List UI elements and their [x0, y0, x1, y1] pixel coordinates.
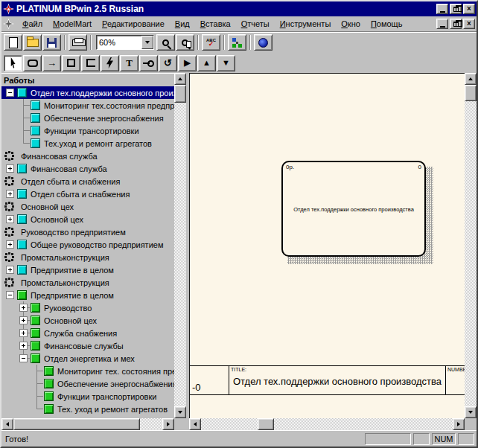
tree-vertical-scrollbar[interactable]: [174, 73, 186, 418]
child-minimize-button[interactable]: [436, 19, 448, 29]
tree-item[interactable]: Основной цех: [1, 200, 174, 213]
expand-icon[interactable]: [19, 304, 28, 312]
tree-item[interactable]: Обеспечение энергоснабжения: [1, 377, 174, 390]
arrow-tool-button[interactable]: →: [42, 55, 61, 71]
go-sibling-button[interactable]: ▶: [178, 55, 197, 71]
menu-item-4[interactable]: Вставка: [195, 17, 236, 31]
scroll-right-button[interactable]: [453, 418, 465, 430]
zoom-in-button[interactable]: [156, 34, 175, 51]
tree-item[interactable]: Отдел сбыта и снабжения: [1, 188, 174, 200]
tree-item[interactable]: Руководство: [1, 301, 174, 314]
scroll-right-button[interactable]: [162, 418, 174, 430]
expand-icon[interactable]: [19, 342, 28, 350]
tree-item[interactable]: Промстальконструкция: [1, 251, 174, 263]
go-up-button[interactable]: ▲: [197, 55, 216, 71]
tree-item[interactable]: Финансовая служба: [1, 162, 174, 175]
tree-item[interactable]: Отдел энергетика и мех: [1, 352, 174, 365]
open-button[interactable]: [23, 34, 42, 51]
collapse-icon[interactable]: [6, 291, 14, 299]
tree-item[interactable]: Тех.уход и ремонт агрегатов: [1, 137, 174, 150]
num-lock-indicator: NUM: [432, 433, 456, 445]
frame-tool-button[interactable]: [81, 55, 100, 71]
menu-item-7[interactable]: Окно: [336, 17, 366, 31]
save-button[interactable]: [42, 34, 61, 51]
tree-item[interactable]: Основной цех: [1, 213, 174, 225]
expand-icon[interactable]: [6, 240, 14, 249]
minimize-button[interactable]: [436, 4, 448, 14]
zoom-page-button[interactable]: [176, 34, 194, 51]
tree-item[interactable]: Основной цех: [1, 314, 174, 327]
tree-horizontal-scrollbar[interactable]: [1, 418, 174, 430]
menu-item-6[interactable]: Инструменты: [275, 17, 337, 31]
go-down-button[interactable]: ▼: [217, 55, 235, 71]
tree-item[interactable]: Предприятие в целом: [1, 289, 174, 301]
tree-item[interactable]: Отдел сбыта и снабжения: [1, 175, 174, 188]
main-area: Работы Отдел тех.поддержки основного про…: [1, 73, 477, 430]
tree-item[interactable]: Финансовая служба: [1, 150, 174, 162]
connector-tool-button[interactable]: [139, 55, 158, 71]
model-explorer-button[interactable]: [228, 34, 246, 51]
tree-item[interactable]: Отдел тех.поддержки основного производст…: [1, 86, 174, 99]
pointer-tool-button[interactable]: [4, 55, 22, 71]
child-window-icon[interactable]: [3, 19, 14, 30]
tree-item[interactable]: Мониторинг тех.состояния предприятия: [1, 99, 174, 112]
print-button[interactable]: [68, 34, 87, 51]
collapse-icon[interactable]: [19, 354, 28, 362]
expand-icon[interactable]: [19, 316, 28, 324]
menu-item-5[interactable]: Отчеты: [236, 17, 275, 31]
new-button[interactable]: [4, 34, 22, 51]
restore-button[interactable]: [450, 4, 462, 14]
expand-icon[interactable]: [6, 266, 14, 274]
menu-item-2[interactable]: Редактирование: [97, 17, 170, 31]
expand-icon[interactable]: [6, 164, 14, 173]
tree-item[interactable]: Руководство предприятием: [1, 225, 174, 238]
expand-icon[interactable]: [19, 329, 28, 337]
activity-box[interactable]: 0р. 0 Отдел тех.поддержки основного прои…: [281, 161, 426, 257]
scroll-up-button[interactable]: [174, 73, 186, 85]
scroll-thumb[interactable]: [13, 418, 140, 430]
tree-item[interactable]: Функции трансортировки: [1, 124, 174, 137]
squiggle-tool-button[interactable]: [101, 55, 119, 71]
text-tool-button[interactable]: T: [120, 55, 138, 71]
child-restore-button[interactable]: [450, 19, 462, 29]
zoom-combobox[interactable]: 60%: [96, 35, 154, 50]
collapse-icon[interactable]: [6, 89, 14, 97]
tree-item[interactable]: Мониторинг тех. состояния предприятия: [1, 365, 174, 377]
rectangle-tool-button[interactable]: [62, 55, 80, 71]
dictionary-button[interactable]: [254, 34, 273, 51]
menu-item-1[interactable]: ModelMart: [48, 17, 97, 31]
activity-icon: [17, 164, 27, 173]
diagram-vertical-scrollbar[interactable]: [465, 73, 477, 418]
model-icon: [4, 151, 16, 161]
expand-icon[interactable]: [6, 215, 14, 223]
tree-item[interactable]: Финансовые службы: [1, 339, 174, 352]
scroll-left-button[interactable]: [189, 418, 201, 430]
diagram-horizontal-scrollbar[interactable]: [189, 418, 465, 430]
scroll-thumb[interactable]: [258, 418, 274, 430]
child-close-button[interactable]: ×: [463, 19, 475, 29]
menu-item-8[interactable]: Помощь: [366, 17, 408, 31]
tree-item[interactable]: Функции транспортировки: [1, 390, 174, 403]
tree-item[interactable]: Общее руководство предприятием: [1, 238, 174, 251]
tree-item[interactable]: Тех. уход и ремонт агрегатов: [1, 403, 174, 415]
close-button[interactable]: ×: [463, 4, 475, 14]
scroll-left-button[interactable]: [1, 418, 13, 430]
menu-item-0[interactable]: Файл: [17, 17, 48, 31]
scroll-down-button[interactable]: [174, 406, 186, 418]
expand-icon[interactable]: [6, 190, 14, 198]
zoom-dropdown-button[interactable]: [141, 36, 153, 49]
tree-item[interactable]: Предприятие в целом: [1, 263, 174, 276]
tree-item[interactable]: Обеспечение энергоснабжения: [1, 112, 174, 124]
scroll-up-button[interactable]: [465, 73, 477, 85]
scroll-down-button[interactable]: [465, 406, 477, 418]
go-parent-button[interactable]: ↺: [159, 55, 177, 71]
tree-item[interactable]: Служба снабжения: [1, 327, 174, 339]
activity-box-tool-button[interactable]: [23, 55, 42, 71]
spell-check-button[interactable]: ABC✓: [202, 34, 220, 51]
scroll-thumb[interactable]: [174, 85, 186, 103]
menu-item-3[interactable]: Вид: [170, 17, 195, 31]
tree-item[interactable]: Промстальконструкция: [1, 276, 174, 289]
diagram-canvas[interactable]: 0р. 0 Отдел тех.поддержки основного прои…: [189, 73, 465, 418]
scroll-thumb[interactable]: [465, 85, 477, 101]
tree-item-label: Отдел энергетика и мех: [42, 354, 137, 363]
